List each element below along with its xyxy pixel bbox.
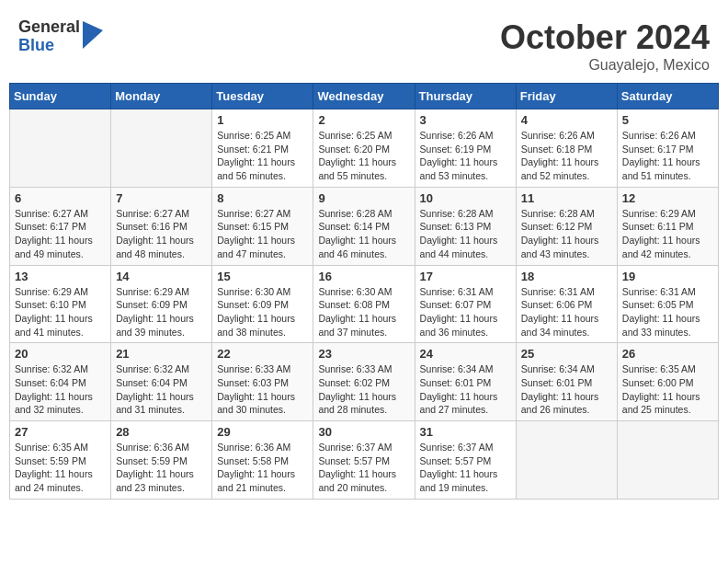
week-row-1: 1Sunrise: 6:25 AMSunset: 6:21 PMDaylight… bbox=[10, 109, 719, 188]
day-info: Sunrise: 6:28 AMSunset: 6:14 PMDaylight:… bbox=[318, 207, 409, 261]
calendar-cell: 9Sunrise: 6:28 AMSunset: 6:14 PMDaylight… bbox=[313, 187, 415, 265]
day-info: Sunrise: 6:34 AMSunset: 6:01 PMDaylight:… bbox=[420, 362, 511, 417]
header-row: SundayMondayTuesdayWednesdayThursdayFrid… bbox=[10, 84, 719, 109]
calendar-cell: 27Sunrise: 6:35 AMSunset: 5:59 PMDayligh… bbox=[10, 421, 111, 500]
calendar-cell bbox=[516, 421, 617, 500]
calendar-cell: 2Sunrise: 6:25 AMSunset: 6:20 PMDaylight… bbox=[313, 109, 415, 188]
calendar-cell bbox=[111, 109, 212, 188]
calendar-cell: 7Sunrise: 6:27 AMSunset: 6:16 PMDaylight… bbox=[111, 187, 212, 265]
day-number: 5 bbox=[622, 113, 713, 127]
calendar-cell: 12Sunrise: 6:29 AMSunset: 6:11 PMDayligh… bbox=[617, 187, 718, 265]
day-info: Sunrise: 6:27 AMSunset: 6:17 PMDaylight:… bbox=[15, 207, 106, 261]
day-info: Sunrise: 6:29 AMSunset: 6:09 PMDaylight:… bbox=[116, 285, 207, 339]
calendar-cell: 15Sunrise: 6:30 AMSunset: 6:09 PMDayligh… bbox=[212, 265, 313, 343]
day-info: Sunrise: 6:33 AMSunset: 6:03 PMDaylight:… bbox=[217, 362, 308, 417]
calendar-cell: 13Sunrise: 6:29 AMSunset: 6:10 PMDayligh… bbox=[10, 265, 111, 343]
day-number: 13 bbox=[15, 270, 106, 283]
day-number: 10 bbox=[420, 191, 511, 205]
day-number: 17 bbox=[420, 270, 511, 283]
day-number: 7 bbox=[116, 191, 207, 205]
day-number: 21 bbox=[116, 347, 207, 361]
week-row-3: 13Sunrise: 6:29 AMSunset: 6:10 PMDayligh… bbox=[10, 265, 719, 343]
day-number: 20 bbox=[15, 347, 106, 361]
calendar-cell: 17Sunrise: 6:31 AMSunset: 6:07 PMDayligh… bbox=[415, 265, 516, 343]
day-info: Sunrise: 6:37 AMSunset: 5:57 PMDaylight:… bbox=[318, 441, 409, 495]
weekday-header-monday: Monday bbox=[111, 84, 212, 109]
day-info: Sunrise: 6:25 AMSunset: 6:21 PMDaylight:… bbox=[217, 129, 308, 183]
day-info: Sunrise: 6:35 AMSunset: 6:00 PMDaylight:… bbox=[622, 362, 713, 417]
calendar-cell: 1Sunrise: 6:25 AMSunset: 6:21 PMDaylight… bbox=[212, 109, 313, 188]
month-title: October 2024 bbox=[500, 18, 710, 57]
day-number: 15 bbox=[217, 270, 308, 283]
day-info: Sunrise: 6:31 AMSunset: 6:05 PMDaylight:… bbox=[622, 285, 713, 339]
day-number: 26 bbox=[622, 347, 713, 361]
day-number: 3 bbox=[420, 113, 511, 127]
day-number: 29 bbox=[217, 425, 308, 439]
day-info: Sunrise: 6:37 AMSunset: 5:57 PMDaylight:… bbox=[420, 441, 511, 495]
logo: General Blue bbox=[18, 18, 103, 55]
day-info: Sunrise: 6:28 AMSunset: 6:12 PMDaylight:… bbox=[521, 207, 612, 261]
weekday-header-tuesday: Tuesday bbox=[212, 84, 313, 109]
calendar-cell: 18Sunrise: 6:31 AMSunset: 6:06 PMDayligh… bbox=[516, 265, 617, 343]
weekday-header-wednesday: Wednesday bbox=[313, 84, 415, 109]
day-info: Sunrise: 6:34 AMSunset: 6:01 PMDaylight:… bbox=[521, 362, 612, 417]
day-info: Sunrise: 6:27 AMSunset: 6:15 PMDaylight:… bbox=[217, 207, 308, 261]
day-number: 1 bbox=[217, 113, 308, 127]
svg-marker-0 bbox=[83, 21, 103, 49]
calendar-cell: 5Sunrise: 6:26 AMSunset: 6:17 PMDaylight… bbox=[617, 109, 718, 188]
logo-general: General bbox=[18, 18, 80, 37]
day-info: Sunrise: 6:36 AMSunset: 5:59 PMDaylight:… bbox=[116, 441, 207, 495]
day-number: 28 bbox=[116, 425, 207, 439]
calendar-cell bbox=[10, 109, 111, 188]
day-info: Sunrise: 6:36 AMSunset: 5:58 PMDaylight:… bbox=[217, 441, 308, 495]
calendar-header: SundayMondayTuesdayWednesdayThursdayFrid… bbox=[10, 84, 719, 109]
day-number: 9 bbox=[318, 191, 409, 205]
day-number: 24 bbox=[420, 347, 511, 361]
day-number: 30 bbox=[318, 425, 409, 439]
weekday-header-saturday: Saturday bbox=[617, 84, 718, 109]
day-number: 19 bbox=[622, 270, 713, 283]
title-block: October 2024 Guayalejo, Mexico bbox=[500, 18, 710, 74]
calendar-cell: 24Sunrise: 6:34 AMSunset: 6:01 PMDayligh… bbox=[415, 343, 516, 421]
day-info: Sunrise: 6:35 AMSunset: 5:59 PMDaylight:… bbox=[15, 441, 106, 495]
calendar-cell: 3Sunrise: 6:26 AMSunset: 6:19 PMDaylight… bbox=[415, 109, 516, 188]
day-number: 11 bbox=[521, 191, 612, 205]
calendar-cell: 10Sunrise: 6:28 AMSunset: 6:13 PMDayligh… bbox=[415, 187, 516, 265]
day-info: Sunrise: 6:32 AMSunset: 6:04 PMDaylight:… bbox=[116, 362, 207, 417]
day-number: 6 bbox=[15, 191, 106, 205]
day-number: 18 bbox=[521, 270, 612, 283]
weekday-header-sunday: Sunday bbox=[10, 84, 111, 109]
calendar-cell: 14Sunrise: 6:29 AMSunset: 6:09 PMDayligh… bbox=[111, 265, 212, 343]
page-header: General Blue October 2024 Guayalejo, Mex… bbox=[9, 9, 719, 78]
week-row-5: 27Sunrise: 6:35 AMSunset: 5:59 PMDayligh… bbox=[10, 421, 719, 500]
calendar-cell: 16Sunrise: 6:30 AMSunset: 6:08 PMDayligh… bbox=[313, 265, 415, 343]
day-number: 8 bbox=[217, 191, 308, 205]
location-subtitle: Guayalejo, Mexico bbox=[500, 57, 710, 74]
logo-icon bbox=[83, 21, 103, 49]
calendar-cell bbox=[617, 421, 718, 500]
calendar-body: 1Sunrise: 6:25 AMSunset: 6:21 PMDaylight… bbox=[10, 109, 719, 500]
calendar-cell: 20Sunrise: 6:32 AMSunset: 6:04 PMDayligh… bbox=[10, 343, 111, 421]
calendar-table: SundayMondayTuesdayWednesdayThursdayFrid… bbox=[9, 83, 719, 500]
day-info: Sunrise: 6:30 AMSunset: 6:08 PMDaylight:… bbox=[318, 285, 409, 339]
day-number: 4 bbox=[521, 113, 612, 127]
day-info: Sunrise: 6:33 AMSunset: 6:02 PMDaylight:… bbox=[318, 362, 409, 417]
day-number: 31 bbox=[420, 425, 511, 439]
day-number: 2 bbox=[318, 113, 409, 127]
weekday-header-friday: Friday bbox=[516, 84, 617, 109]
calendar-cell: 19Sunrise: 6:31 AMSunset: 6:05 PMDayligh… bbox=[617, 265, 718, 343]
day-number: 23 bbox=[318, 347, 409, 361]
day-info: Sunrise: 6:31 AMSunset: 6:07 PMDaylight:… bbox=[420, 285, 511, 339]
day-info: Sunrise: 6:28 AMSunset: 6:13 PMDaylight:… bbox=[420, 207, 511, 261]
calendar-cell: 4Sunrise: 6:26 AMSunset: 6:18 PMDaylight… bbox=[516, 109, 617, 188]
calendar-cell: 26Sunrise: 6:35 AMSunset: 6:00 PMDayligh… bbox=[617, 343, 718, 421]
calendar-cell: 25Sunrise: 6:34 AMSunset: 6:01 PMDayligh… bbox=[516, 343, 617, 421]
day-number: 25 bbox=[521, 347, 612, 361]
calendar-cell: 29Sunrise: 6:36 AMSunset: 5:58 PMDayligh… bbox=[212, 421, 313, 500]
day-number: 27 bbox=[15, 425, 106, 439]
week-row-2: 6Sunrise: 6:27 AMSunset: 6:17 PMDaylight… bbox=[10, 187, 719, 265]
day-info: Sunrise: 6:31 AMSunset: 6:06 PMDaylight:… bbox=[521, 285, 612, 339]
week-row-4: 20Sunrise: 6:32 AMSunset: 6:04 PMDayligh… bbox=[10, 343, 719, 421]
calendar-cell: 28Sunrise: 6:36 AMSunset: 5:59 PMDayligh… bbox=[111, 421, 212, 500]
day-info: Sunrise: 6:30 AMSunset: 6:09 PMDaylight:… bbox=[217, 285, 308, 339]
